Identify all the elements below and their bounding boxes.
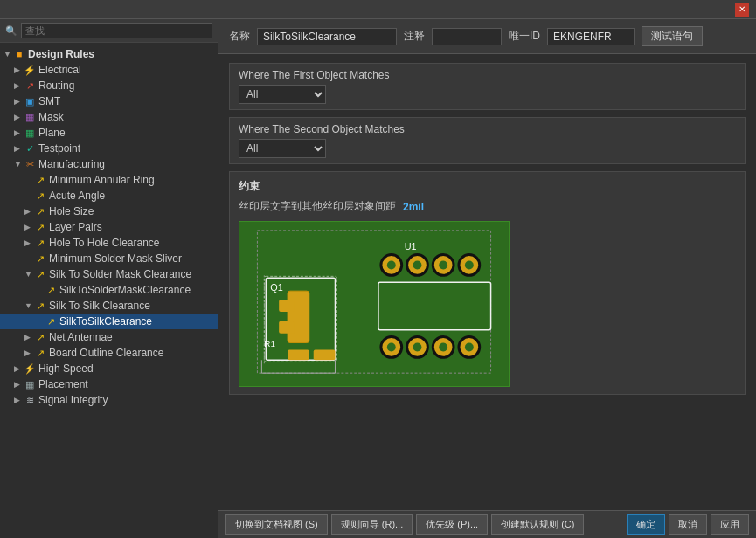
- rule-header: 名称 注释 唯一ID 测试语句: [218, 19, 756, 54]
- svg-rect-20: [314, 349, 336, 360]
- tree-item-manufacturing[interactable]: ▼ ✂ Manufacturing: [0, 156, 218, 172]
- svg-rect-3: [279, 300, 295, 312]
- search-icon: 🔍: [5, 25, 17, 37]
- svg-rect-2: [288, 291, 309, 342]
- search-input[interactable]: [21, 23, 212, 38]
- svg-point-11: [413, 261, 422, 270]
- tree-item-placement[interactable]: ▶ ▦ Placement: [0, 376, 218, 392]
- second-match-section: Where The Second Object Matches All: [229, 117, 746, 164]
- tree-item-silktosilkclearance[interactable]: ↗ SilkToSilkClearance: [0, 314, 218, 329]
- main-layout: 🔍 ▼ ■ Design Rules ▶ ⚡ Electrical ▶ ↗: [0, 19, 756, 538]
- tree-container: ▼ ■ Design Rules ▶ ⚡ Electrical ▶ ↗ Rout…: [0, 43, 218, 538]
- tree-label-design-rules: Design Rules: [28, 48, 94, 60]
- constraint-title: 约束: [239, 179, 736, 194]
- tree-label-plane: Plane: [38, 127, 66, 139]
- top-bar: ✕: [0, 0, 756, 19]
- tree-item-testpoint[interactable]: ▶ ✓ Testpoint: [0, 141, 218, 156]
- bottom-toolbar: 切换到文档视图 (S) 规则向导 (R)... 优先级 (P)... 创建默认规…: [218, 510, 756, 538]
- rule-wizard-button[interactable]: 规则向导 (R)...: [331, 514, 413, 535]
- tree-label-silk-to-silk: Silk To Silk Clearance: [49, 300, 150, 312]
- first-match-section: Where The First Object Matches All: [229, 63, 746, 110]
- ok-button[interactable]: 确定: [627, 514, 665, 535]
- first-match-select[interactable]: All: [239, 85, 326, 104]
- tree-item-board-outline[interactable]: ▶ ↗ Board Outline Clearance: [0, 345, 218, 361]
- svg-text:R1: R1: [264, 339, 275, 348]
- tree-label-high-speed: High Speed: [38, 362, 94, 375]
- left-panel: 🔍 ▼ ■ Design Rules ▶ ⚡ Electrical ▶ ↗: [0, 19, 218, 538]
- tree-label-min-solder-mask: Minimum Solder Mask Sliver: [49, 252, 182, 265]
- tree-label-silktosoldermaskclearance: SilkToSolderMaskClearance: [59, 284, 191, 296]
- svg-rect-4: [279, 321, 295, 334]
- comment-label: 注释: [404, 29, 425, 44]
- tree-label-signal-integrity: Signal Integrity: [38, 394, 108, 406]
- second-match-select-container: All: [239, 139, 736, 158]
- priority-button[interactable]: 优先级 (P)...: [416, 514, 488, 535]
- constraint-value: 2mil: [403, 201, 424, 213]
- cancel-button[interactable]: 取消: [669, 514, 707, 535]
- tree-label-routing: Routing: [38, 79, 74, 92]
- tree-item-plane[interactable]: ▶ ▦ Plane: [0, 125, 218, 141]
- tree-item-silk-to-solder[interactable]: ▼ ↗ Silk To Solder Mask Clearance: [0, 266, 218, 282]
- test-button[interactable]: 测试语句: [642, 26, 703, 46]
- tree-item-high-speed[interactable]: ▶ ⚡ High Speed: [0, 361, 218, 376]
- svg-point-13: [439, 261, 447, 270]
- tree-item-design-rules[interactable]: ▼ ■ Design Rules: [0, 46, 218, 62]
- second-match-label: Where The Second Object Matches: [239, 123, 736, 135]
- tree-label-min-annular: Minimum Annular Ring: [49, 174, 155, 186]
- svg-point-15: [465, 261, 474, 270]
- tree-label-hole-to-hole: Hole To Hole Clearance: [49, 237, 160, 249]
- tree-label-silktosilkclearance: SilkToSilkClearance: [59, 315, 152, 328]
- apply-button[interactable]: 应用: [711, 514, 749, 535]
- tree-item-hole-to-hole[interactable]: ▶ ↗ Hole To Hole Clearance: [0, 235, 218, 251]
- svg-point-28: [465, 343, 474, 352]
- first-match-select-container: All: [239, 85, 736, 104]
- pcb-canvas-svg: Q1: [239, 222, 509, 386]
- tree-label-acute-angle: Acute Angle: [49, 190, 105, 202]
- tree-label-silk-to-solder: Silk To Solder Mask Clearance: [49, 268, 191, 280]
- svg-rect-19: [288, 349, 309, 360]
- tree-item-hole-size[interactable]: ▶ ↗ Hole Size: [0, 203, 218, 219]
- tree-label-mask: Mask: [38, 111, 64, 123]
- tree-item-layer-pairs[interactable]: ▶ ↗ Layer Pairs: [0, 219, 218, 235]
- name-label: 名称: [229, 29, 250, 44]
- constraint-section: 约束 丝印层文字到其他丝印层对象间距 2mil: [229, 171, 746, 395]
- second-match-select[interactable]: All: [239, 139, 326, 158]
- first-match-label: Where The First Object Matches: [239, 69, 736, 81]
- tree-label-placement: Placement: [38, 378, 88, 390]
- tree-item-smt[interactable]: ▶ ▣ SMT: [0, 93, 218, 109]
- tree-item-routing[interactable]: ▶ ↗ Routing: [0, 78, 218, 93]
- tree-item-silktosoldermaskclearance[interactable]: ↗ SilkToSolderMaskClearance: [0, 282, 218, 298]
- svg-point-26: [439, 343, 447, 352]
- tree-item-electrical[interactable]: ▶ ⚡ Electrical: [0, 62, 218, 78]
- svg-point-22: [387, 343, 396, 352]
- search-bar: 🔍: [0, 19, 218, 43]
- svg-point-24: [413, 343, 422, 352]
- rule-id-input[interactable]: [547, 28, 635, 45]
- tree-item-acute-angle[interactable]: ↗ Acute Angle: [0, 188, 218, 203]
- close-button[interactable]: ✕: [735, 3, 749, 17]
- constraint-desc: 丝印层文字到其他丝印层对象间距: [239, 199, 396, 214]
- svg-text:Q1: Q1: [270, 282, 283, 293]
- tree-label-electrical: Electrical: [38, 64, 81, 76]
- tree-item-net-antennae[interactable]: ▶ ↗ Net Antennae: [0, 329, 218, 345]
- tree-item-mask[interactable]: ▶ ▦ Mask: [0, 109, 218, 125]
- rule-name-input[interactable]: [257, 28, 397, 45]
- create-default-rules-button[interactable]: 创建默认规则 (C): [491, 514, 584, 535]
- tree-label-net-antennae: Net Antennae: [49, 331, 113, 343]
- tree-item-signal-integrity[interactable]: ▶ ≋ Signal Integrity: [0, 392, 218, 408]
- constraint-row: 丝印层文字到其他丝印层对象间距 2mil: [239, 199, 736, 214]
- tree-item-silk-to-silk[interactable]: ▼ ↗ Silk To Silk Clearance: [0, 298, 218, 314]
- tree-label-board-outline: Board Outline Clearance: [49, 347, 163, 359]
- tree-label-smt: SMT: [38, 95, 60, 107]
- id-label: 唯一ID: [509, 29, 540, 44]
- rule-comment-input[interactable]: [432, 28, 502, 45]
- svg-text:U1: U1: [405, 241, 417, 252]
- tree-item-min-solder-mask[interactable]: ↗ Minimum Solder Mask Sliver: [0, 251, 218, 266]
- tree-item-min-annular[interactable]: ↗ Minimum Annular Ring: [0, 172, 218, 188]
- switch-doc-view-button[interactable]: 切换到文档视图 (S): [225, 514, 328, 535]
- tree-label-layer-pairs: Layer Pairs: [49, 221, 102, 233]
- svg-point-9: [387, 261, 396, 270]
- right-panel: 名称 注释 唯一ID 测试语句 Where The First Object M…: [218, 19, 756, 538]
- pcb-visualization: Q1: [239, 221, 510, 387]
- tree-label-manufacturing: Manufacturing: [38, 158, 105, 170]
